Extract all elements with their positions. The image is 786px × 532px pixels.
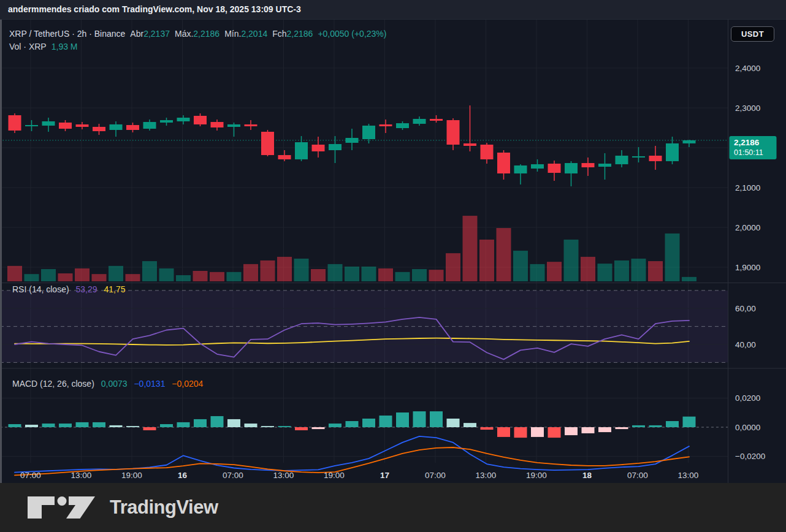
chart-legend: XRP / TetherUS · 2h · Binance Abr2,2137 …: [9, 27, 386, 53]
svg-text:07:00: 07:00: [425, 471, 446, 480]
svg-text:−0,0200: −0,0200: [735, 452, 765, 461]
svg-text:17: 17: [380, 471, 389, 480]
svg-text:2,1000: 2,1000: [735, 183, 760, 192]
svg-text:1,9000: 1,9000: [735, 263, 760, 272]
svg-text:01:50:11: 01:50:11: [734, 148, 763, 157]
candles-layer: [9, 105, 696, 186]
tradingview-logo-icon[interactable]: [28, 495, 97, 520]
volume-label: Vol · XRP: [9, 42, 47, 51]
macd-lines: [15, 436, 689, 475]
svg-text:07:00: 07:00: [627, 471, 648, 480]
footer-bar: TradingView: [0, 483, 786, 532]
high-label: Máx.: [175, 29, 193, 39]
svg-text:19:00: 19:00: [121, 471, 142, 480]
rsi-value: 53,29: [75, 284, 97, 294]
volume-value: 1,93 M: [52, 42, 78, 51]
svg-text:16: 16: [178, 471, 188, 480]
macd-legend: MACD (12, 26, close) 0,0073 −0,0131 −0,0…: [12, 379, 203, 389]
macd-histogram: [9, 411, 696, 438]
high-value: 2,2186: [193, 29, 219, 39]
svg-text:2,0000: 2,0000: [735, 223, 760, 232]
open-value: 2,2137: [143, 29, 170, 39]
svg-text:2,4000: 2,4000: [735, 64, 760, 73]
svg-text:07:00: 07:00: [20, 471, 41, 480]
time-scale[interactable]: 07:0013:0019:001607:0013:0019:001707:001…: [20, 471, 698, 480]
grid-vertical: [31, 20, 689, 463]
svg-text:2,3000: 2,3000: [735, 104, 760, 113]
low-label: Mín.: [224, 29, 241, 39]
close-value: 2,2186: [287, 29, 313, 39]
svg-text:18: 18: [582, 471, 592, 480]
svg-text:13:00: 13:00: [273, 471, 294, 480]
rsi-band: [0, 291, 728, 363]
change-value: +0,0050 (+0,23%): [318, 29, 386, 39]
tradingview-published-chart: andermmendes criado com TradingView.com,…: [0, 0, 786, 532]
symbol-title: XRP / TetherUS · 2h · Binance: [9, 29, 125, 39]
svg-text:2,2186: 2,2186: [734, 138, 760, 147]
rsi-legend: RSI (14, close) 53,29 41,75: [12, 284, 125, 294]
low-value: 2,2014: [241, 29, 267, 39]
svg-text:19:00: 19:00: [324, 471, 345, 480]
svg-text:07:00: 07:00: [223, 471, 243, 480]
chart-canvas[interactable]: 2,40002,30002,10002,00001,900060,0040,00…: [0, 0, 786, 532]
svg-text:13:00: 13:00: [678, 471, 699, 480]
price-scale[interactable]: 2,40002,30002,10002,00001,900060,0040,00…: [735, 64, 765, 462]
svg-text:0,0000: 0,0000: [735, 423, 760, 432]
volume-row: Vol · XRP 1,93 M: [9, 40, 386, 53]
footer-brand-text[interactable]: TradingView: [110, 496, 218, 519]
currency-toggle-button[interactable]: USDT: [731, 26, 774, 42]
symbol-ohlc-row: XRP / TetherUS · 2h · Binance Abr2,2137 …: [9, 27, 386, 40]
svg-text:60,00: 60,00: [735, 304, 756, 313]
rsi-ma-value: 41,75: [104, 284, 125, 294]
svg-text:0,0200: 0,0200: [735, 393, 760, 403]
macd-legend-title: MACD (12, 26, close): [12, 379, 94, 389]
close-label: Fch: [272, 29, 286, 39]
rsi-legend-title: RSI (14, close): [12, 284, 69, 294]
svg-text:40,00: 40,00: [735, 340, 756, 349]
svg-text:13:00: 13:00: [476, 471, 497, 480]
svg-text:13:00: 13:00: [71, 471, 92, 480]
macd-hist-value: 0,0073: [101, 379, 128, 389]
open-label: Abr: [130, 29, 143, 39]
macd-signal-value: −0,0204: [172, 379, 203, 389]
grid-horizontal: [0, 68, 728, 267]
last-price-badge: 2,218601:50:11: [730, 136, 777, 159]
volume-layer: [7, 216, 696, 281]
macd-line-value: −0,0131: [134, 379, 165, 389]
svg-text:19:00: 19:00: [526, 471, 547, 480]
